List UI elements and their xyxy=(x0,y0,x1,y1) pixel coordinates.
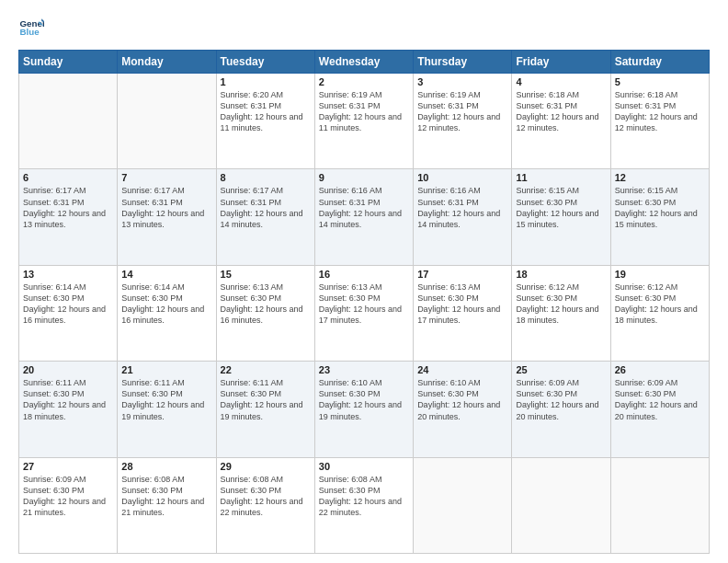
calendar-cell xyxy=(512,457,610,553)
day-number: 14 xyxy=(121,269,211,280)
day-info: Sunrise: 6:09 AM Sunset: 6:30 PM Dayligh… xyxy=(615,377,705,422)
calendar-week-4: 20Sunrise: 6:11 AM Sunset: 6:30 PM Dayli… xyxy=(19,362,710,457)
calendar-cell: 4Sunrise: 6:18 AM Sunset: 6:31 PM Daylig… xyxy=(512,74,610,169)
day-header-wednesday: Wednesday xyxy=(314,51,413,74)
calendar-cell: 25Sunrise: 6:09 AM Sunset: 6:30 PM Dayli… xyxy=(512,362,610,457)
calendar-cell: 8Sunrise: 6:17 AM Sunset: 6:31 PM Daylig… xyxy=(216,169,314,265)
day-info: Sunrise: 6:12 AM Sunset: 6:30 PM Dayligh… xyxy=(615,282,705,327)
day-info: Sunrise: 6:14 AM Sunset: 6:30 PM Dayligh… xyxy=(23,282,113,327)
day-info: Sunrise: 6:15 AM Sunset: 6:30 PM Dayligh… xyxy=(516,185,606,230)
day-info: Sunrise: 6:13 AM Sunset: 6:30 PM Dayligh… xyxy=(221,282,311,327)
day-info: Sunrise: 6:20 AM Sunset: 6:31 PM Dayligh… xyxy=(221,89,311,134)
day-info: Sunrise: 6:09 AM Sunset: 6:30 PM Dayligh… xyxy=(516,377,606,422)
day-info: Sunrise: 6:11 AM Sunset: 6:30 PM Dayligh… xyxy=(23,377,113,422)
day-number: 20 xyxy=(23,364,113,375)
day-info: Sunrise: 6:19 AM Sunset: 6:31 PM Dayligh… xyxy=(417,89,507,134)
calendar-week-3: 13Sunrise: 6:14 AM Sunset: 6:30 PM Dayli… xyxy=(19,265,710,361)
day-header-monday: Monday xyxy=(118,51,216,74)
day-number: 24 xyxy=(417,364,507,375)
day-number: 28 xyxy=(121,461,211,472)
calendar-cell: 27Sunrise: 6:09 AM Sunset: 6:30 PM Dayli… xyxy=(19,457,118,553)
calendar-cell: 9Sunrise: 6:16 AM Sunset: 6:31 PM Daylig… xyxy=(314,169,413,265)
calendar-cell: 11Sunrise: 6:15 AM Sunset: 6:30 PM Dayli… xyxy=(512,169,610,265)
day-info: Sunrise: 6:19 AM Sunset: 6:31 PM Dayligh… xyxy=(319,89,409,134)
calendar-cell: 29Sunrise: 6:08 AM Sunset: 6:30 PM Dayli… xyxy=(216,457,314,553)
calendar-cell: 21Sunrise: 6:11 AM Sunset: 6:30 PM Dayli… xyxy=(118,362,216,457)
day-info: Sunrise: 6:18 AM Sunset: 6:31 PM Dayligh… xyxy=(516,89,606,134)
calendar-cell: 15Sunrise: 6:13 AM Sunset: 6:30 PM Dayli… xyxy=(216,265,314,361)
calendar-cell: 12Sunrise: 6:15 AM Sunset: 6:30 PM Dayli… xyxy=(610,169,709,265)
day-number: 16 xyxy=(319,269,409,280)
day-number: 7 xyxy=(121,172,211,183)
day-info: Sunrise: 6:18 AM Sunset: 6:31 PM Dayligh… xyxy=(615,89,705,134)
day-number: 12 xyxy=(615,172,705,183)
day-number: 27 xyxy=(23,461,113,472)
day-info: Sunrise: 6:16 AM Sunset: 6:31 PM Dayligh… xyxy=(417,185,507,230)
day-number: 26 xyxy=(615,364,705,375)
day-info: Sunrise: 6:14 AM Sunset: 6:30 PM Dayligh… xyxy=(121,282,211,327)
day-info: Sunrise: 6:15 AM Sunset: 6:30 PM Dayligh… xyxy=(615,185,705,230)
svg-text:Blue: Blue xyxy=(19,27,40,37)
calendar-cell: 28Sunrise: 6:08 AM Sunset: 6:30 PM Dayli… xyxy=(118,457,216,553)
day-number: 21 xyxy=(121,364,211,375)
calendar-cell xyxy=(118,74,216,169)
calendar-cell: 1Sunrise: 6:20 AM Sunset: 6:31 PM Daylig… xyxy=(216,74,314,169)
day-info: Sunrise: 6:08 AM Sunset: 6:30 PM Dayligh… xyxy=(319,474,409,519)
calendar-cell: 7Sunrise: 6:17 AM Sunset: 6:31 PM Daylig… xyxy=(118,169,216,265)
day-number: 23 xyxy=(319,364,409,375)
calendar-cell: 24Sunrise: 6:10 AM Sunset: 6:30 PM Dayli… xyxy=(414,362,512,457)
calendar-cell xyxy=(610,457,709,553)
day-number: 10 xyxy=(417,172,507,183)
day-number: 25 xyxy=(516,364,606,375)
calendar-cell: 5Sunrise: 6:18 AM Sunset: 6:31 PM Daylig… xyxy=(610,74,709,169)
day-number: 1 xyxy=(221,76,311,87)
header-row: SundayMondayTuesdayWednesdayThursdayFrid… xyxy=(19,51,710,74)
day-number: 9 xyxy=(319,172,409,183)
day-number: 8 xyxy=(221,172,311,183)
day-number: 2 xyxy=(319,76,409,87)
calendar-cell: 10Sunrise: 6:16 AM Sunset: 6:31 PM Dayli… xyxy=(414,169,512,265)
calendar-cell: 3Sunrise: 6:19 AM Sunset: 6:31 PM Daylig… xyxy=(414,74,512,169)
header: General Blue xyxy=(18,15,710,40)
day-number: 29 xyxy=(221,461,311,472)
day-info: Sunrise: 6:08 AM Sunset: 6:30 PM Dayligh… xyxy=(121,474,211,519)
day-info: Sunrise: 6:13 AM Sunset: 6:30 PM Dayligh… xyxy=(417,282,507,327)
day-info: Sunrise: 6:17 AM Sunset: 6:31 PM Dayligh… xyxy=(221,185,311,230)
day-info: Sunrise: 6:08 AM Sunset: 6:30 PM Dayligh… xyxy=(221,474,311,519)
logo: General Blue xyxy=(18,15,50,40)
calendar-cell: 16Sunrise: 6:13 AM Sunset: 6:30 PM Dayli… xyxy=(314,265,413,361)
calendar-cell: 13Sunrise: 6:14 AM Sunset: 6:30 PM Dayli… xyxy=(19,265,118,361)
day-info: Sunrise: 6:10 AM Sunset: 6:30 PM Dayligh… xyxy=(319,377,409,422)
day-number: 18 xyxy=(516,269,606,280)
day-number: 5 xyxy=(615,76,705,87)
day-number: 22 xyxy=(221,364,311,375)
calendar-cell: 20Sunrise: 6:11 AM Sunset: 6:30 PM Dayli… xyxy=(19,362,118,457)
day-header-sunday: Sunday xyxy=(19,51,118,74)
day-info: Sunrise: 6:11 AM Sunset: 6:30 PM Dayligh… xyxy=(121,377,211,422)
calendar-cell: 30Sunrise: 6:08 AM Sunset: 6:30 PM Dayli… xyxy=(314,457,413,553)
day-info: Sunrise: 6:13 AM Sunset: 6:30 PM Dayligh… xyxy=(319,282,409,327)
calendar-week-5: 27Sunrise: 6:09 AM Sunset: 6:30 PM Dayli… xyxy=(19,457,710,553)
day-number: 30 xyxy=(319,461,409,472)
calendar-cell: 14Sunrise: 6:14 AM Sunset: 6:30 PM Dayli… xyxy=(118,265,216,361)
calendar-cell: 19Sunrise: 6:12 AM Sunset: 6:30 PM Dayli… xyxy=(610,265,709,361)
calendar-table: SundayMondayTuesdayWednesdayThursdayFrid… xyxy=(18,50,710,554)
calendar-cell: 23Sunrise: 6:10 AM Sunset: 6:30 PM Dayli… xyxy=(314,362,413,457)
day-header-friday: Friday xyxy=(512,51,610,74)
calendar-cell: 26Sunrise: 6:09 AM Sunset: 6:30 PM Dayli… xyxy=(610,362,709,457)
day-header-saturday: Saturday xyxy=(610,51,709,74)
day-number: 13 xyxy=(23,269,113,280)
day-number: 11 xyxy=(516,172,606,183)
calendar-cell: 22Sunrise: 6:11 AM Sunset: 6:30 PM Dayli… xyxy=(216,362,314,457)
day-number: 17 xyxy=(417,269,507,280)
day-info: Sunrise: 6:17 AM Sunset: 6:31 PM Dayligh… xyxy=(23,185,113,230)
calendar-cell: 2Sunrise: 6:19 AM Sunset: 6:31 PM Daylig… xyxy=(314,74,413,169)
day-info: Sunrise: 6:10 AM Sunset: 6:30 PM Dayligh… xyxy=(417,377,507,422)
day-number: 3 xyxy=(417,76,507,87)
day-header-thursday: Thursday xyxy=(414,51,512,74)
day-info: Sunrise: 6:12 AM Sunset: 6:30 PM Dayligh… xyxy=(516,282,606,327)
calendar-cell: 6Sunrise: 6:17 AM Sunset: 6:31 PM Daylig… xyxy=(19,169,118,265)
calendar-cell xyxy=(19,74,118,169)
day-number: 15 xyxy=(221,269,311,280)
day-info: Sunrise: 6:17 AM Sunset: 6:31 PM Dayligh… xyxy=(121,185,211,230)
